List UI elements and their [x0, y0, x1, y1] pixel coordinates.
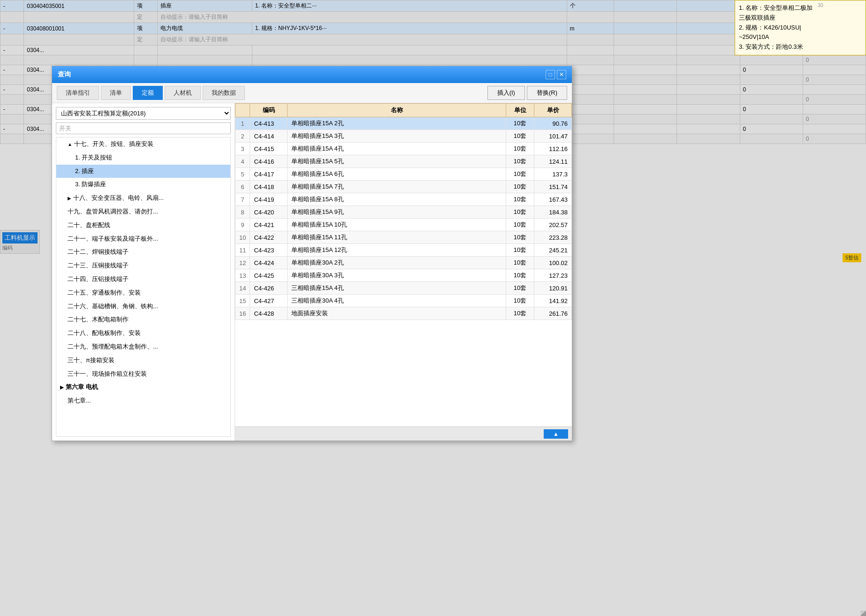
table-row[interactable]: 1 C4-413 单相暗插座15A 2孔 10套 90.76 — [235, 117, 572, 130]
tab-list[interactable]: 清单 — [101, 86, 131, 100]
resize-handle[interactable] — [860, 610, 866, 616]
table-row[interactable]: 5 C4-417 单相暗插座15A 6孔 10套 137.3 — [235, 168, 572, 181]
replace-button[interactable]: 替换(R) — [527, 86, 567, 100]
col-header-name: 名称 — [288, 104, 506, 117]
close-button[interactable]: ✕ — [557, 70, 566, 79]
tree-item-17-3[interactable]: 3. 防爆插座 — [56, 178, 230, 191]
row-num: 8 — [235, 206, 250, 219]
tab-my-data[interactable]: 我的数据 — [203, 86, 245, 100]
row-unit: 10套 — [506, 269, 534, 282]
tree-item-31[interactable]: 三十一、现场操作箱立柱安装 — [56, 367, 230, 381]
row-code: C4-419 — [250, 193, 288, 206]
table-row[interactable]: 6 C4-418 单相暗插座15A 7孔 10套 151.74 — [235, 181, 572, 193]
tree-item-30[interactable]: 三十、π接箱安装 — [56, 354, 230, 367]
tree-item-17-2[interactable]: 2. 插座 — [56, 165, 230, 178]
minimize-button[interactable]: □ — [546, 70, 555, 79]
table-row[interactable]: 13 C4-425 单相暗插座30A 3孔 10套 127.23 — [235, 269, 572, 282]
row-unit: 10套 — [506, 307, 534, 320]
row-num: 3 — [235, 143, 250, 155]
tab-list-guide[interactable]: 清单指引 — [57, 86, 99, 100]
row-price: 127.23 — [534, 269, 572, 282]
search-input[interactable] — [56, 122, 231, 134]
tree-item-25[interactable]: 二十五、穿通板制作、安装 — [56, 286, 230, 300]
row-name: 单相暗插座15A 8孔 — [288, 193, 506, 206]
row-price: 167.43 — [534, 193, 572, 206]
table-row[interactable]: 9 C4-421 单相暗插座15A 10孔 10套 202.57 — [235, 219, 572, 231]
row-code: C4-426 — [250, 282, 288, 295]
table-row[interactable]: 2 C4-414 单相暗插座15A 3孔 10套 101.47 — [235, 130, 572, 143]
tree-item-20[interactable]: 二十、盘柜配线 — [56, 219, 230, 232]
tree-item-23[interactable]: 二十三、压铜接线端子 — [56, 259, 230, 273]
tooltip-line3: 2. 规格：K426/10USU| — [739, 23, 862, 33]
row-unit: 10套 — [506, 257, 534, 269]
table-row[interactable]: 15 C4-427 三相暗插座30A 4孔 10套 141.92 — [235, 295, 572, 307]
row-num: 16 — [235, 307, 250, 320]
tree-item-21[interactable]: 二十一、端子板安装及端子板外... — [56, 232, 230, 246]
row-price: 261.76 — [534, 307, 572, 320]
row-name: 地面插座安装 — [288, 307, 506, 320]
row-price: 202.57 — [534, 219, 572, 231]
tree-item-26[interactable]: 二十六、基础槽钢、角钢、铁构... — [56, 300, 230, 313]
table-row[interactable]: 11 C4-423 单相暗插座15A 12孔 10套 245.21 — [235, 244, 572, 257]
row-code: C4-424 — [250, 257, 288, 269]
data-table: 编码 名称 单位 单价 1 C4-413 单相暗插座15A 2孔 10套 90.… — [235, 103, 572, 320]
tooltip: 1. 名称：安全型单相二极加 三极双联插座 2. 规格：K426/10USU| … — [735, 0, 866, 55]
tree-item-ch6[interactable]: ▶第六章 电机 — [56, 380, 230, 394]
row-name: 三相暗插座15A 4孔 — [288, 282, 506, 295]
dialog-toolbar: 清单指引 清单 定额 人材机 我的数据 插入(I) 替换(R) — [52, 83, 572, 103]
tree-arrow-ch6: ▶ — [60, 384, 64, 391]
tab-labor[interactable]: 人材机 — [165, 86, 201, 100]
tree-item-18[interactable]: ▶十八、安全变压器、电铃、风扇... — [56, 191, 230, 205]
table-row[interactable]: 8 C4-420 单相暗插座15A 9孔 10套 184.38 — [235, 206, 572, 219]
row-price: 100.02 — [534, 257, 572, 269]
tree-item-ch7[interactable]: 第七章... — [56, 394, 230, 408]
row-unit: 10套 — [506, 219, 534, 231]
row-price: 101.47 — [534, 130, 572, 143]
quota-dropdown[interactable]: 山西省安装工程预算定额(2018) — [56, 107, 231, 120]
row-code: C4-415 — [250, 143, 288, 155]
row-code: C4-427 — [250, 295, 288, 307]
tab-quota[interactable]: 定额 — [133, 86, 163, 100]
table-row[interactable]: 7 C4-419 单相暗插座15A 8孔 10套 167.43 — [235, 193, 572, 206]
row-num: 13 — [235, 269, 250, 282]
tree-item-22[interactable]: 二十二、焊铜接线端子 — [56, 245, 230, 259]
right-panel: 编码 名称 单位 单价 1 C4-413 单相暗插座15A 2孔 10套 90.… — [235, 103, 572, 441]
table-row[interactable]: 16 C4-428 地面插座安装 10套 261.76 — [235, 307, 572, 320]
row-price: 141.92 — [534, 295, 572, 307]
tree-item-17-1[interactable]: 1. 开关及按钮 — [56, 151, 230, 165]
row-code: C4-425 — [250, 269, 288, 282]
table-row[interactable]: 14 C4-426 三相暗插座15A 4孔 10套 120.91 — [235, 282, 572, 295]
col-header-price: 单价 — [534, 104, 572, 117]
row-unit: 10套 — [506, 193, 534, 206]
row-name: 单相暗插座15A 7孔 — [288, 181, 506, 193]
row-code: C4-418 — [250, 181, 288, 193]
tree-item-27[interactable]: 二十七、木配电箱制作 — [56, 313, 230, 327]
row-num: 11 — [235, 244, 250, 257]
insert-button[interactable]: 插入(I) — [487, 86, 525, 100]
row-unit: 10套 — [506, 168, 534, 181]
row-num: 1 — [235, 117, 250, 130]
footer-up-button[interactable]: ▲ — [544, 429, 568, 439]
row-price: 112.16 — [534, 143, 572, 155]
table-row[interactable]: 10 C4-422 单相暗插座15A 11孔 10套 223.28 — [235, 231, 572, 244]
row-name: 单相暗插座15A 11孔 — [288, 231, 506, 244]
tree-item-29[interactable]: 二十九、预埋配电箱木盒制作、... — [56, 340, 230, 354]
tree-item-28[interactable]: 二十八、配电板制作、安装 — [56, 327, 230, 340]
row-unit: 10套 — [506, 130, 534, 143]
table-scroll[interactable]: 编码 名称 单位 单价 1 C4-413 单相暗插座15A 2孔 10套 90.… — [235, 103, 572, 426]
tree-container: ▲十七、开关、按钮、插座安装 1. 开关及按钮 2. 插座 3. 防爆插座 ▶十… — [56, 137, 231, 437]
row-unit: 10套 — [506, 117, 534, 130]
table-row[interactable]: 4 C4-416 单相暗插座15A 5孔 10套 124.11 — [235, 155, 572, 168]
tooltip-line1: 1. 名称：安全型单相二极加 — [739, 3, 862, 13]
tree-arrow-18: ▶ — [68, 195, 71, 202]
tooltip-line4: ~250V|10A — [739, 32, 862, 42]
tree-item-19[interactable]: 十九、盘管风机调控器、请勿打... — [56, 205, 230, 219]
table-row[interactable]: 12 C4-424 单相暗插座30A 2孔 10套 100.02 — [235, 257, 572, 269]
row-code: C4-420 — [250, 206, 288, 219]
row-name: 单相暗插座15A 10孔 — [288, 219, 506, 231]
row-name: 单相暗插座15A 12孔 — [288, 244, 506, 257]
tree-item-24[interactable]: 二十四、压铝接线端子 — [56, 273, 230, 286]
table-row[interactable]: 3 C4-415 单相暗插座15A 4孔 10套 112.16 — [235, 143, 572, 155]
row-price: 90.76 — [534, 117, 572, 130]
tree-item-17[interactable]: ▲十七、开关、按钮、插座安装 — [56, 137, 230, 151]
